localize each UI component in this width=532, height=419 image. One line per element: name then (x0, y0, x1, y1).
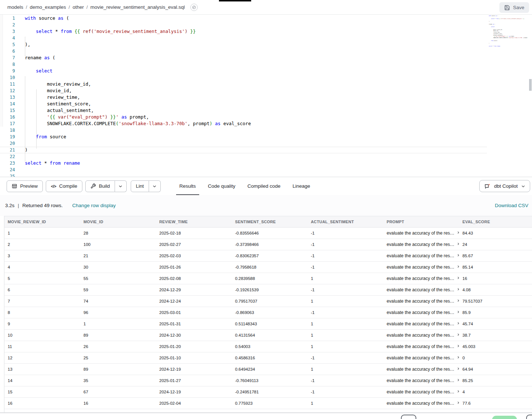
expand-chevron-icon[interactable] (457, 322, 459, 325)
expand-chevron-icon[interactable] (457, 310, 459, 314)
tab-results[interactable]: Results (176, 177, 199, 195)
cell-actual_sentiment: -1 (308, 239, 383, 250)
cell-prompt[interactable]: evaluate the accuracy of the res… (383, 330, 459, 341)
editor-line[interactable]: 15 actual_sentiment, (0, 107, 487, 114)
cell-prompt[interactable]: evaluate the accuracy of the res… (383, 352, 459, 364)
preview-button[interactable]: Preview (7, 180, 43, 192)
cell-prompt[interactable]: evaluate the accuracy of the res… (383, 386, 459, 398)
cell-actual_sentiment: -1 (308, 262, 383, 273)
compile-button[interactable]: </> Compile (46, 180, 82, 192)
cell-prompt[interactable]: evaluate the accuracy of the res… (383, 398, 459, 409)
minimap[interactable]: with source as ( select * from {{ ref('m… (488, 15, 528, 176)
cell-prompt[interactable]: evaluate the accuracy of the res… (383, 228, 459, 239)
lint-button[interactable]: Lint (131, 180, 149, 192)
expand-chevron-icon[interactable] (457, 390, 459, 393)
editor-line[interactable]: 18 (0, 127, 487, 134)
cell-prompt[interactable]: evaluate the accuracy of the res… (383, 250, 459, 262)
editor-line[interactable]: 5), (0, 41, 487, 48)
editor-line[interactable]: 23select * from rename (0, 160, 487, 167)
build-button-label: Build (99, 183, 110, 189)
footer-partial-button[interactable] (526, 415, 532, 419)
cell-movie_id: 30 (80, 262, 156, 273)
change-row-display-link[interactable]: Change row display (72, 203, 116, 208)
expand-chevron-icon[interactable] (457, 242, 459, 246)
breadcrumb-item-demo-examples[interactable]: demo_examples (30, 4, 66, 10)
lint-dropdown-button[interactable] (149, 180, 161, 192)
cell-actual_sentiment: -1 (308, 228, 383, 239)
expand-chevron-icon[interactable] (457, 367, 459, 370)
breadcrumb-separator: / (68, 4, 70, 10)
cell-movie_id: 28 (80, 228, 156, 239)
tab-code-quality[interactable]: Code quality (205, 177, 239, 195)
editor-line[interactable]: 7rename as ( (0, 55, 487, 61)
editor-line[interactable]: 20 (0, 140, 487, 147)
breadcrumb-item-filename[interactable]: movie_review_sentiment_analysis_eval.sql (90, 4, 185, 10)
footer-green-pill[interactable] (492, 416, 517, 419)
editor-line[interactable]: 14 sentiment_score, (0, 101, 487, 107)
file-status-icon[interactable] (190, 4, 198, 11)
save-button[interactable]: Save (499, 2, 529, 13)
editor-line[interactable]: 11 movie_review_id, (0, 81, 487, 87)
cell-prompt[interactable]: evaluate the accuracy of the res… (383, 284, 459, 296)
cell-prompt[interactable]: evaluate the accuracy of the res… (383, 364, 459, 375)
editor-scrollbar[interactable] (529, 79, 532, 91)
code-editor[interactable]: 1with source as (23 select * from {{ ref… (0, 15, 532, 177)
cell-actual_sentiment: 1 (308, 318, 383, 330)
cell-prompt[interactable]: evaluate the accuracy of the res… (383, 262, 459, 273)
editor-line[interactable]: 1with source as ( (0, 15, 487, 22)
editor-line[interactable]: 6 (0, 48, 487, 55)
editor-line[interactable]: 3 select * from {{ ref('movie_review_sen… (0, 28, 487, 35)
cell-sentiment_score: 0.4586316 (232, 352, 308, 364)
expand-chevron-icon[interactable] (457, 401, 459, 404)
build-button[interactable]: Build (85, 180, 115, 192)
editor-line[interactable]: 10 (0, 74, 487, 81)
editor-line[interactable]: 17 SNOWFLAKE.CORTEX.COMPLETE('snowflake-… (0, 120, 487, 127)
cell-actual_sentiment: 1 (308, 330, 383, 341)
footer-partial-button[interactable] (401, 415, 416, 419)
expand-chevron-icon[interactable] (457, 276, 459, 280)
expand-chevron-icon[interactable] (457, 265, 459, 268)
breadcrumb-item-other[interactable]: other (72, 4, 84, 10)
expand-chevron-icon[interactable] (457, 231, 459, 234)
cell-prompt[interactable]: evaluate the accuracy of the res… (383, 409, 459, 413)
build-split-button: Build (85, 180, 127, 192)
cell-actual_sentiment: 1 (308, 273, 383, 284)
editor-line[interactable]: 21) (0, 147, 487, 153)
expand-chevron-icon[interactable] (457, 288, 459, 291)
editor-line[interactable]: 9 select (0, 68, 487, 74)
expand-chevron-icon[interactable] (457, 333, 459, 336)
prompt-preview-text: evaluate the accuracy of the res… (387, 310, 454, 315)
editor-line[interactable]: 16 '{{ var("eval_prompt") }}' as prompt, (0, 114, 487, 120)
cell-prompt[interactable]: evaluate the accuracy of the res… (383, 296, 459, 307)
table-row: 16162025-02-040.7759231evaluate the accu… (4, 398, 532, 409)
cell-prompt[interactable]: evaluate the accuracy of the res… (383, 273, 459, 284)
dbt-copilot-button[interactable]: dbt Copilot (479, 180, 530, 192)
editor-line[interactable]: 4 (0, 35, 487, 41)
cell-prompt[interactable]: evaluate the accuracy of the res… (383, 318, 459, 330)
editor-line[interactable]: 8 (0, 61, 487, 68)
tab-compiled-code[interactable]: Compiled code (244, 177, 284, 195)
expand-chevron-icon[interactable] (457, 344, 459, 348)
expand-chevron-icon[interactable] (457, 299, 459, 302)
cell-prompt[interactable]: evaluate the accuracy of the res… (383, 375, 459, 386)
prompt-preview-text: evaluate the accuracy of the res… (387, 389, 454, 394)
cell-eval_score: 85.67 (459, 250, 532, 262)
expand-chevron-icon[interactable] (457, 356, 459, 359)
build-dropdown-button[interactable] (115, 180, 127, 192)
editor-line[interactable]: 25 (0, 173, 487, 177)
cell-prompt[interactable]: evaluate the accuracy of the res… (383, 307, 459, 318)
cell-movie_review_id: 14 (4, 375, 80, 386)
download-csv-link[interactable]: Download CSV (495, 203, 528, 208)
editor-line[interactable]: 19 from source (0, 134, 487, 140)
expand-chevron-icon[interactable] (457, 254, 459, 257)
editor-line[interactable]: 2 (0, 22, 487, 28)
cell-prompt[interactable]: evaluate the accuracy of the res… (383, 341, 459, 352)
expand-chevron-icon[interactable] (457, 378, 459, 382)
editor-line[interactable]: 13 review_time, (0, 94, 487, 101)
breadcrumb-item-models[interactable]: models (7, 4, 23, 10)
editor-line[interactable]: 12 movie_id, (0, 87, 487, 94)
editor-line[interactable]: 24 (0, 167, 487, 173)
tab-lineage[interactable]: Lineage (289, 177, 313, 195)
editor-line[interactable]: 22 (0, 153, 487, 160)
cell-prompt[interactable]: evaluate the accuracy of the res… (383, 239, 459, 250)
